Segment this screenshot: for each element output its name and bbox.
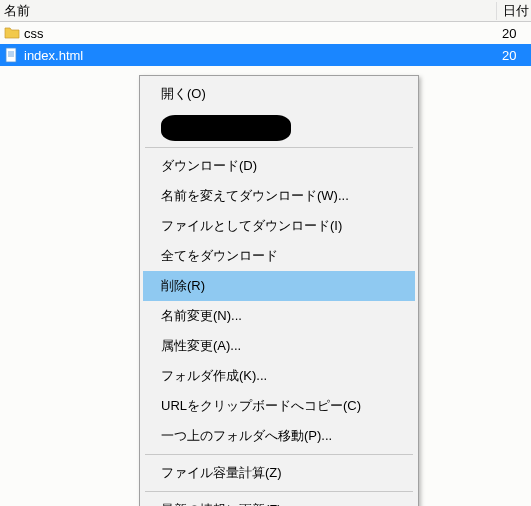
menu-item-download[interactable]: ダウンロード(D) [143, 151, 415, 181]
menu-item-download-rename[interactable]: 名前を変えてダウンロード(W)... [143, 181, 415, 211]
menu-item-rename[interactable]: 名前変更(N)... [143, 301, 415, 331]
file-name-label: index.html [24, 48, 496, 63]
column-header-row: 名前 日付 [0, 0, 531, 22]
menu-item-download-all[interactable]: 全てをダウンロード [143, 241, 415, 271]
menu-item-refresh[interactable]: 最新の情報に更新(F) [143, 495, 415, 506]
menu-item-calc-size[interactable]: ファイル容量計算(Z) [143, 458, 415, 488]
menu-item-open[interactable]: 開く(O) [143, 79, 415, 109]
redacted-item [161, 115, 291, 141]
menu-separator [145, 491, 413, 492]
menu-item-delete[interactable]: 削除(R) [143, 271, 415, 301]
menu-item-create-folder[interactable]: フォルダ作成(K)... [143, 361, 415, 391]
file-date-label: 20 [496, 26, 531, 41]
context-menu: 開く(O) ダウンロード(D) 名前を変えてダウンロード(W)... ファイルと… [139, 75, 419, 506]
folder-icon [4, 25, 20, 41]
menu-separator [145, 454, 413, 455]
html-file-icon [4, 47, 20, 63]
svg-rect-0 [6, 48, 16, 62]
menu-item-download-as-file[interactable]: ファイルとしてダウンロード(I) [143, 211, 415, 241]
menu-separator [145, 147, 413, 148]
file-row-folder[interactable]: css 20 [0, 22, 531, 44]
column-header-date[interactable]: 日付 [496, 2, 531, 20]
menu-item-copy-url[interactable]: URLをクリップボードへコピー(C) [143, 391, 415, 421]
menu-item-parent-folder[interactable]: 一つ上のフォルダへ移動(P)... [143, 421, 415, 451]
file-date-label: 20 [496, 48, 531, 63]
menu-item-attributes[interactable]: 属性変更(A)... [143, 331, 415, 361]
column-header-name[interactable]: 名前 [0, 2, 496, 20]
file-row-html[interactable]: index.html 20 [0, 44, 531, 66]
file-name-label: css [24, 26, 496, 41]
